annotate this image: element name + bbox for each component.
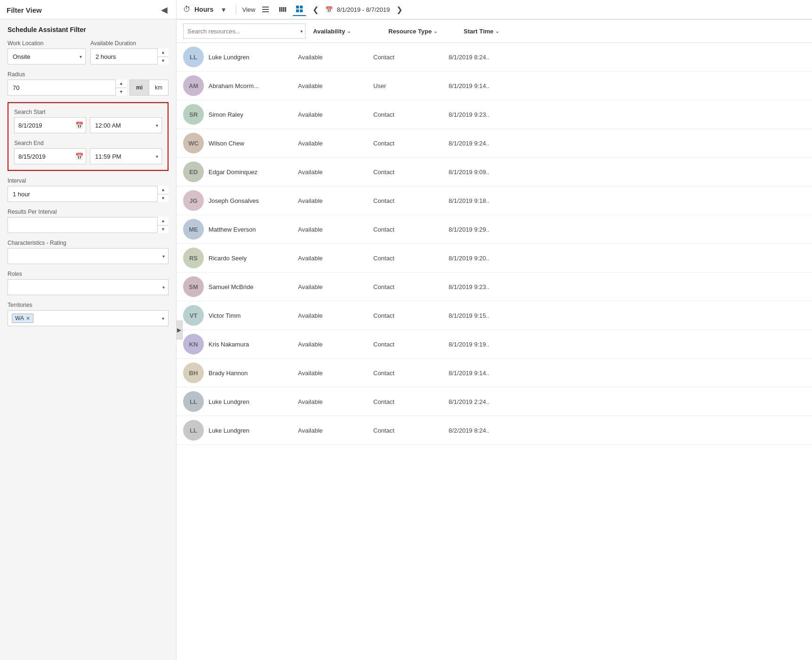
resource-name: Matthew Everson [209,226,298,233]
avatar: VT [183,305,204,326]
resource-name: Luke Lundgren [209,54,298,61]
resource-name: Edgar Dominquez [209,169,298,176]
resource-type: Contact [373,140,449,147]
side-collapse-button[interactable]: ▶ [176,321,183,339]
avatar: KN [183,334,204,354]
search-end-time-select[interactable]: 11:59 PM [90,148,162,164]
resource-start-time: 8/1/2019 9:23.. [449,111,524,118]
resource-start-time: 8/1/2019 9:18.. [449,197,524,204]
resource-availability: Available [298,140,373,147]
characteristics-label: Characteristics - Rating [8,240,169,246]
resource-type: Contact [373,54,449,61]
bar-chart-view-icon [279,6,286,13]
avatar: LL [183,47,204,67]
section-title: Schedule Assistant Filter [8,26,169,33]
table-row[interactable]: SM Samuel McBride Available Contact 8/1/… [177,273,812,301]
interval-input[interactable] [8,186,169,202]
resource-type: Contact [373,398,449,405]
radius-spinner: ▲ ▼ [8,80,127,96]
radius-up-btn[interactable]: ▲ [116,80,127,88]
svg-rect-1 [262,9,269,10]
table-row[interactable]: RS Ricardo Seely Available Contact 8/1/2… [177,244,812,273]
svg-rect-7 [296,6,299,8]
resource-availability: Available [298,341,373,348]
search-wrap: ▾ [183,24,306,39]
available-duration-up-btn[interactable]: ▲ [158,48,169,57]
resource-availability: Available [298,197,373,204]
resource-type: Contact [373,312,449,319]
svg-rect-5 [283,7,284,12]
results-per-interval-group: Results Per Interval ▲ ▼ [8,209,169,233]
search-start-time-select[interactable]: 12:00 AM [90,117,162,133]
nav-left-button[interactable]: ❮ [310,4,322,15]
interval-up-btn[interactable]: ▲ [158,186,169,194]
resource-availability: Available [298,111,373,118]
table-row[interactable]: KN Kris Nakamura Available Contact 8/1/2… [177,330,812,359]
avatar: JG [183,190,204,211]
interval-spinner-btns: ▲ ▼ [157,186,169,202]
search-dropdown-icon: ▾ [300,29,303,34]
available-duration-down-btn[interactable]: ▼ [158,57,169,65]
interval-down-btn[interactable]: ▼ [158,194,169,202]
table-row[interactable]: SR Simon Raley Available Contact 8/1/201… [177,100,812,129]
characteristics-select[interactable] [8,248,169,264]
radius-km-button[interactable]: km [149,80,168,95]
collapse-panel-button[interactable]: ◀ [159,5,169,15]
table-row[interactable]: LL Luke Lundgren Available Contact 8/2/2… [177,416,812,445]
search-end-label: Search End [14,140,162,146]
avatar: SR [183,104,204,125]
results-per-interval-down-btn[interactable]: ▼ [158,225,169,233]
resource-availability: Available [298,370,373,377]
work-location-select[interactable]: Onsite [8,48,86,64]
radius-mi-button[interactable]: mi [130,80,149,95]
resource-availability: Available [298,427,373,434]
nav-right-button[interactable]: ❯ [394,4,405,15]
search-resources-input[interactable] [183,24,306,39]
results-per-interval-input[interactable] [8,217,169,233]
table-row[interactable]: LL Luke Lundgren Available Contact 8/1/2… [177,43,812,72]
date-range-calendar-button[interactable]: 📅 [325,6,333,13]
resource-name: Samuel McBride [209,283,298,290]
territories-field[interactable]: WA ✕ ▾ [8,310,169,326]
results-per-interval-up-btn[interactable]: ▲ [158,217,169,225]
avatar: RS [183,248,204,268]
available-duration-spinner: ▲ ▼ [90,48,169,64]
start-time-column-header[interactable]: Start Time ⌄ [464,28,539,35]
availability-column-header[interactable]: Availability ⌄ [313,28,388,35]
table-row[interactable]: WC Wilson Chew Available Contact 8/1/201… [177,129,812,158]
table-row[interactable]: JG Joseph Gonsalves Available Contact 8/… [177,186,812,215]
resource-availability: Available [298,82,373,89]
hours-dropdown-button[interactable]: ▾ [217,3,230,16]
view-label: View [242,6,255,13]
search-start-date-input[interactable] [14,117,86,133]
resource-start-time: 8/1/2019 9:14.. [449,370,524,377]
filter-view-header: Filter View ◀ [0,0,176,19]
search-start-date-wrap: 📅 [14,117,86,133]
svg-rect-4 [281,7,282,12]
territory-tag-close-icon[interactable]: ✕ [26,315,30,322]
availability-sort-icon: ⌄ [347,29,351,34]
main-panel: ⏱ Hours ▾ View [177,0,812,660]
radius-down-btn[interactable]: ▼ [116,88,127,96]
list-view-button[interactable] [259,3,272,16]
table-row[interactable]: BH Brady Hannon Available Contact 8/1/20… [177,359,812,387]
date-range-label: 8/1/2019 - 8/7/2019 [337,6,390,13]
resource-type: Contact [373,226,449,233]
table-row[interactable]: AM Abraham Mcorm... Available User 8/1/2… [177,72,812,100]
resource-name: Brady Hannon [209,370,298,377]
work-location-group: Work Location Onsite ▾ [8,40,86,64]
roles-select[interactable] [8,279,169,295]
resource-start-time: 8/1/2019 2:24.. [449,398,524,405]
radius-input[interactable] [8,80,127,96]
bar-chart-view-button[interactable] [276,3,289,16]
resource-type-column-header[interactable]: Resource Type ⌄ [388,28,464,35]
grid-view-button[interactable] [293,3,306,16]
table-row[interactable]: ED Edgar Dominquez Available Contact 8/1… [177,158,812,186]
svg-rect-3 [279,7,281,12]
svg-rect-2 [262,11,269,12]
table-row[interactable]: LL Luke Lundgren Available Contact 8/1/2… [177,387,812,416]
roles-select-wrap: ▾ [8,279,169,295]
search-end-date-input[interactable] [14,148,86,164]
table-row[interactable]: ME Matthew Everson Available Contact 8/1… [177,215,812,244]
table-row[interactable]: VT Victor Timm Available Contact 8/1/201… [177,301,812,330]
